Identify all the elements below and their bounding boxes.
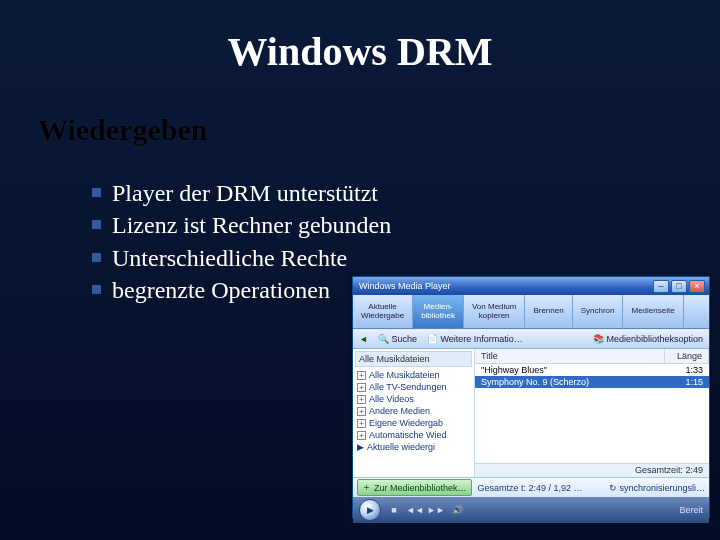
search-text: Suche xyxy=(391,334,417,344)
tab-label: bibliothek xyxy=(421,312,455,321)
add-label: Zur Medienbibliothek… xyxy=(374,483,467,493)
tab-label: kopieren xyxy=(472,312,516,321)
tab-burn[interactable]: Brennen xyxy=(525,295,572,328)
track-row[interactable]: "Highway Blues" 1:33 xyxy=(475,364,709,376)
tree-label: Aktuelle wiedergi xyxy=(367,442,435,452)
tab-guide[interactable]: Medienseite xyxy=(623,295,683,328)
more-info-button[interactable]: 📄 Weitere Informatio… xyxy=(427,334,523,344)
slide-title: Windows DRM xyxy=(0,0,720,75)
tab-label: Synchron xyxy=(581,307,615,316)
tab-sync[interactable]: Synchron xyxy=(573,295,624,328)
tree-label: Andere Medien xyxy=(369,406,430,416)
total-time-status: Gesamtzeit: 2:49 xyxy=(475,463,709,477)
expand-icon[interactable]: + xyxy=(357,419,366,428)
tree-item-tv[interactable]: +Alle TV-Sendungen xyxy=(355,381,472,393)
tree-item-own-pl[interactable]: +Eigene Wiedergab xyxy=(355,417,472,429)
tab-label: Medienseite xyxy=(631,307,674,316)
library-options-button[interactable]: 📚 Medienbibliotheksoption xyxy=(593,334,703,344)
sync-list-button[interactable]: ↻ synchronisierungsli… xyxy=(609,483,705,493)
tree-item-auto-pl[interactable]: +Automatische Wied xyxy=(355,429,472,441)
track-title: Symphony No. 9 (Scherzo) xyxy=(475,377,665,387)
close-button[interactable]: × xyxy=(689,280,705,293)
tab-library[interactable]: Medien- bibliothek xyxy=(413,295,464,328)
wmp-window-title: Windows Media Player xyxy=(357,281,651,291)
add-to-library-button[interactable]: ＋ Zur Medienbibliothek… xyxy=(357,479,472,496)
col-title[interactable]: Title xyxy=(475,349,665,363)
playlist-icon: ▶ xyxy=(357,442,364,452)
tree-item-video[interactable]: +Alle Videos xyxy=(355,393,472,405)
column-headers: Title Länge xyxy=(475,349,709,364)
tab-rip[interactable]: Von Medium kopieren xyxy=(464,295,525,328)
tab-label: Wiedergabe xyxy=(361,312,404,321)
wmp-playback-controls: ▶ ■ ◄◄ ►► 🔊 Bereit xyxy=(353,497,709,523)
track-length: 1:33 xyxy=(665,365,709,375)
bullet-item: Unterschiedliche Rechte xyxy=(92,242,720,274)
mute-button[interactable]: 🔊 xyxy=(449,502,465,518)
library-options-label: Medienbibliotheksoption xyxy=(606,334,703,344)
minimize-button[interactable]: – xyxy=(653,280,669,293)
tree-label: Alle Videos xyxy=(369,394,414,404)
stop-button[interactable]: ■ xyxy=(386,502,402,518)
tree-label: Automatische Wied xyxy=(369,430,447,440)
bullet-item: Player der DRM unterstützt xyxy=(92,177,720,209)
wmp-body: Alle Musikdateien +Alle Musikdateien +Al… xyxy=(353,349,709,477)
wmp-action-bar: ＋ Zur Medienbibliothek… Gesamtze t: 2:49… xyxy=(353,477,709,497)
playback-status: Bereit xyxy=(679,505,703,515)
sidebar-header: Alle Musikdateien xyxy=(355,351,472,367)
track-length: 1:15 xyxy=(665,377,709,387)
expand-icon[interactable]: + xyxy=(357,371,366,380)
tree-item-music[interactable]: +Alle Musikdateien xyxy=(355,369,472,381)
search-label[interactable]: 🔍 Suche xyxy=(378,334,417,344)
sync-icon: ↻ xyxy=(609,483,617,493)
back-icon[interactable]: ◄ xyxy=(359,334,368,344)
bullet-item: Lizenz ist Rechner gebunden xyxy=(92,209,720,241)
expand-icon[interactable]: + xyxy=(357,383,366,392)
track-row-selected[interactable]: Symphony No. 9 (Scherzo) 1:15 xyxy=(475,376,709,388)
tree-label: Alle TV-Sendungen xyxy=(369,382,446,392)
wmp-main: Title Länge "Highway Blues" 1:33 Symphon… xyxy=(475,349,709,477)
wmp-titlebar[interactable]: Windows Media Player – □ × xyxy=(353,277,709,295)
wmp-window: Windows Media Player – □ × Aktuelle Wied… xyxy=(352,276,710,518)
tree-label: Alle Musikdateien xyxy=(369,370,440,380)
expand-icon[interactable]: + xyxy=(357,407,366,416)
tab-label: Brennen xyxy=(533,307,563,316)
track-title: "Highway Blues" xyxy=(475,365,665,375)
prev-button[interactable]: ◄◄ xyxy=(407,502,423,518)
tree-item-now-pl[interactable]: ▶Aktuelle wiedergi xyxy=(355,441,472,453)
expand-icon[interactable]: + xyxy=(357,431,366,440)
maximize-button[interactable]: □ xyxy=(671,280,687,293)
tree-item-other[interactable]: +Andere Medien xyxy=(355,405,472,417)
next-button[interactable]: ►► xyxy=(428,502,444,518)
wmp-tabs: Aktuelle Wiedergabe Medien- bibliothek V… xyxy=(353,295,709,329)
tree-label: Eigene Wiedergab xyxy=(369,418,443,428)
wmp-toolbar: ◄ 🔍 Suche 📄 Weitere Informatio… 📚 Medien… xyxy=(353,329,709,349)
play-button[interactable]: ▶ xyxy=(359,499,381,521)
tab-now-playing[interactable]: Aktuelle Wiedergabe xyxy=(353,295,413,328)
col-length[interactable]: Länge xyxy=(665,349,709,363)
more-info-label: Weitere Informatio… xyxy=(440,334,522,344)
slide-subtitle: Wiedergeben xyxy=(38,113,720,147)
total-time-info: Gesamtze t: 2:49 / 1,92 … xyxy=(478,483,583,493)
sync-label: synchronisierungsli… xyxy=(619,483,705,493)
expand-icon[interactable]: + xyxy=(357,395,366,404)
wmp-sidebar: Alle Musikdateien +Alle Musikdateien +Al… xyxy=(353,349,475,477)
